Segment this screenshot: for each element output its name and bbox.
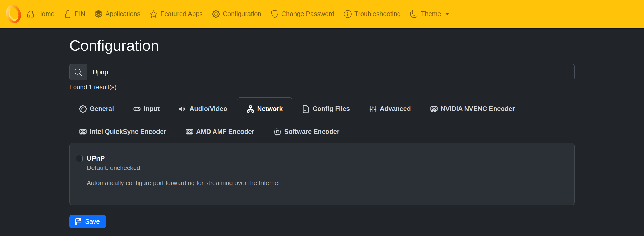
configuration-page: Configuration Found 1 result(s) General … — [69, 37, 575, 228]
nav-item-featured-apps[interactable]: Featured Apps — [150, 10, 203, 18]
save-button-label: Save — [85, 218, 100, 225]
tab-label: Config Files — [313, 105, 350, 113]
gpu-card-icon — [186, 128, 193, 136]
tab-label: Network — [257, 105, 283, 113]
tab-nvidia-nvenc-encoder[interactable]: NVIDIA NVENC Encoder — [420, 97, 524, 120]
nav-label: PIN — [75, 10, 86, 18]
cpu-icon — [274, 128, 281, 136]
top-navbar: Home PIN Applications Featured Apps Conf… — [0, 0, 644, 28]
search-results-count: Found 1 result(s) — [69, 83, 575, 91]
tab-network[interactable]: Network — [237, 97, 293, 120]
nav-label: Change Password — [281, 10, 334, 18]
nav-item-configuration[interactable]: Configuration — [212, 10, 261, 18]
nav-item-change-password[interactable]: Change Password — [271, 10, 334, 18]
tab-software-encoder[interactable]: Software Encoder — [264, 120, 349, 143]
caret-down-icon — [445, 12, 449, 16]
tab-label: AMD AMF Encoder — [196, 128, 254, 135]
upnp-default-note: Default: unchecked — [87, 164, 564, 172]
tab-label: Input — [144, 105, 160, 113]
search-bar — [69, 64, 575, 80]
upnp-checkbox[interactable] — [76, 155, 83, 162]
house-icon — [27, 10, 34, 18]
tab-input[interactable]: Input — [123, 97, 169, 120]
gear-icon — [79, 105, 87, 113]
gear-icon — [212, 10, 220, 18]
upnp-label[interactable]: UPnP — [87, 154, 564, 162]
controller-icon — [133, 105, 141, 113]
gpu-card-icon — [79, 128, 87, 136]
sliders-icon — [369, 105, 377, 113]
shield-icon — [271, 10, 279, 18]
save-button[interactable]: Save — [69, 215, 106, 228]
file-gear-icon — [302, 105, 310, 113]
nav-label: Troubleshooting — [354, 10, 401, 18]
nav-item-pin[interactable]: PIN — [64, 10, 86, 18]
info-circle-icon — [344, 10, 352, 18]
sunshine-logo[interactable] — [6, 4, 21, 24]
sunshine-logo-icon — [6, 4, 21, 24]
tab-amd-amf-encoder[interactable]: AMD AMF Encoder — [176, 120, 264, 143]
search-addon — [69, 64, 87, 80]
tab-label: Intel QuickSync Encoder — [90, 128, 166, 135]
floppy-icon — [75, 218, 82, 225]
speaker-icon — [179, 105, 187, 113]
tab-intel-quicksync-encoder[interactable]: Intel QuickSync Encoder — [69, 120, 176, 143]
upnp-setting: UPnP Default: unchecked Automatically co… — [76, 154, 564, 187]
tab-label: NVIDIA NVENC Encoder — [441, 105, 515, 113]
stack-icon — [95, 10, 102, 18]
navbar-menu: Home PIN Applications Featured Apps Conf… — [27, 10, 449, 18]
gpu-card-icon — [430, 105, 438, 113]
nav-item-troubleshooting[interactable]: Troubleshooting — [344, 10, 401, 18]
search-icon — [75, 69, 82, 76]
tab-general[interactable]: General — [69, 97, 123, 120]
tab-label: Software Encoder — [284, 128, 340, 135]
nav-item-applications[interactable]: Applications — [95, 10, 140, 18]
tab-audio-video[interactable]: Audio/Video — [169, 97, 237, 120]
config-tabs: General Input Audio/Video Network Config… — [69, 97, 575, 143]
nav-item-home[interactable]: Home — [27, 10, 55, 18]
lock-icon — [64, 10, 72, 18]
star-icon — [150, 10, 157, 18]
tab-config-files[interactable]: Config Files — [292, 97, 359, 120]
tab-advanced[interactable]: Advanced — [359, 97, 420, 120]
network-diagram-icon — [247, 105, 254, 113]
nav-label: Applications — [105, 10, 140, 18]
nav-label: Configuration — [223, 10, 261, 18]
tab-label: General — [90, 105, 114, 113]
search-input[interactable] — [87, 64, 575, 80]
nav-label: Theme — [421, 10, 441, 18]
page-title: Configuration — [69, 37, 575, 54]
upnp-description: Automatically configure port forwarding … — [87, 179, 564, 187]
settings-panel: UPnP Default: unchecked Automatically co… — [69, 143, 575, 205]
moon-icon — [410, 10, 418, 18]
tab-label: Audio/Video — [189, 105, 227, 113]
nav-item-theme-dropdown[interactable]: Theme — [410, 10, 449, 18]
tab-label: Advanced — [380, 105, 411, 113]
nav-label: Featured Apps — [160, 10, 203, 18]
nav-label: Home — [37, 10, 55, 18]
